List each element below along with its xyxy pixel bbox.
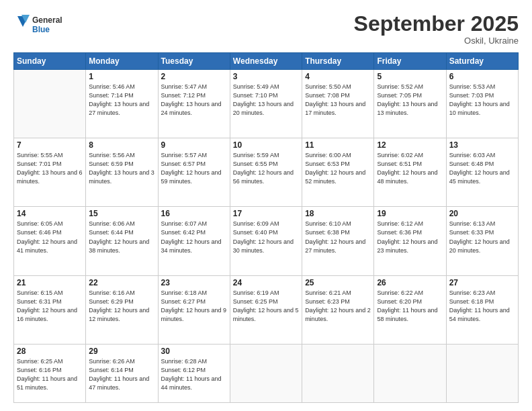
day-cell: 14 Sunrise: 6:05 AMSunset: 6:46 PMDaylig… <box>14 207 86 275</box>
day-info: Sunrise: 5:47 AMSunset: 7:12 PMDaylight:… <box>161 83 227 118</box>
day-number: 21 <box>17 278 83 287</box>
day-info: Sunrise: 6:03 AMSunset: 6:48 PMDaylight:… <box>449 151 515 186</box>
day-cell: 21 Sunrise: 6:15 AMSunset: 6:31 PMDaylig… <box>14 275 86 344</box>
day-cell: 4 Sunrise: 5:50 AMSunset: 7:08 PMDayligh… <box>302 70 374 138</box>
day-number: 18 <box>305 209 371 218</box>
day-info: Sunrise: 6:28 AMSunset: 6:12 PMDaylight:… <box>161 357 227 392</box>
day-number: 24 <box>233 278 299 287</box>
day-info: Sunrise: 5:55 AMSunset: 7:01 PMDaylight:… <box>17 151 83 186</box>
day-info: Sunrise: 5:46 AMSunset: 7:14 PMDaylight:… <box>89 83 154 118</box>
day-info: Sunrise: 5:49 AMSunset: 7:10 PMDaylight:… <box>233 83 299 118</box>
day-number: 5 <box>377 72 443 81</box>
day-info: Sunrise: 6:06 AMSunset: 6:44 PMDaylight:… <box>89 220 154 255</box>
day-cell <box>374 344 446 402</box>
week-row-3: 14 Sunrise: 6:05 AMSunset: 6:46 PMDaylig… <box>14 207 519 275</box>
day-cell: 22 Sunrise: 6:16 AMSunset: 6:29 PMDaylig… <box>86 275 158 344</box>
week-row-1: 1 Sunrise: 5:46 AMSunset: 7:14 PMDayligh… <box>14 70 519 138</box>
day-cell: 1 Sunrise: 5:46 AMSunset: 7:14 PMDayligh… <box>86 70 158 138</box>
day-number: 10 <box>233 140 299 150</box>
day-number: 16 <box>161 209 227 218</box>
day-cell: 19 Sunrise: 6:12 AMSunset: 6:36 PMDaylig… <box>374 207 446 275</box>
day-cell <box>302 344 374 402</box>
day-cell: 7 Sunrise: 5:55 AMSunset: 7:01 PMDayligh… <box>14 138 86 207</box>
col-header-tuesday: Tuesday <box>158 53 230 70</box>
day-cell: 2 Sunrise: 5:47 AMSunset: 7:12 PMDayligh… <box>158 70 230 138</box>
day-number: 12 <box>377 140 443 150</box>
day-cell: 26 Sunrise: 6:22 AMSunset: 6:20 PMDaylig… <box>374 275 446 344</box>
day-number: 6 <box>449 72 515 81</box>
day-info: Sunrise: 6:10 AMSunset: 6:38 PMDaylight:… <box>305 220 371 255</box>
day-cell: 12 Sunrise: 6:02 AMSunset: 6:51 PMDaylig… <box>374 138 446 207</box>
page: General Blue September 2025 Oskil, Ukrai… <box>0 0 532 411</box>
day-info: Sunrise: 6:25 AMSunset: 6:16 PMDaylight:… <box>17 357 83 392</box>
day-info: Sunrise: 6:18 AMSunset: 6:27 PMDaylight:… <box>161 289 227 324</box>
day-info: Sunrise: 5:50 AMSunset: 7:08 PMDaylight:… <box>305 83 371 118</box>
logo: General Blue <box>13 12 74 38</box>
location: Oskil, Ukraine <box>354 36 519 46</box>
day-cell: 10 Sunrise: 5:59 AMSunset: 6:55 PMDaylig… <box>230 138 302 207</box>
day-cell: 13 Sunrise: 6:03 AMSunset: 6:48 PMDaylig… <box>446 138 518 207</box>
svg-text:General: General <box>32 15 62 25</box>
col-header-wednesday: Wednesday <box>230 53 302 70</box>
day-number: 4 <box>305 72 371 81</box>
day-info: Sunrise: 6:12 AMSunset: 6:36 PMDaylight:… <box>377 220 443 255</box>
day-info: Sunrise: 6:22 AMSunset: 6:20 PMDaylight:… <box>377 289 443 324</box>
day-number: 27 <box>449 278 515 287</box>
day-cell: 30 Sunrise: 6:28 AMSunset: 6:12 PMDaylig… <box>158 344 230 402</box>
day-number: 17 <box>233 209 299 218</box>
day-number: 1 <box>89 72 154 81</box>
day-cell: 16 Sunrise: 6:07 AMSunset: 6:42 PMDaylig… <box>158 207 230 275</box>
day-cell: 18 Sunrise: 6:10 AMSunset: 6:38 PMDaylig… <box>302 207 374 275</box>
day-number: 8 <box>89 140 154 150</box>
title-block: September 2025 Oskil, Ukraine <box>354 12 519 46</box>
day-info: Sunrise: 5:57 AMSunset: 6:57 PMDaylight:… <box>161 151 227 186</box>
day-cell: 29 Sunrise: 6:26 AMSunset: 6:14 PMDaylig… <box>86 344 158 402</box>
day-info: Sunrise: 5:52 AMSunset: 7:05 PMDaylight:… <box>377 83 443 118</box>
day-number: 28 <box>17 347 83 356</box>
day-cell: 28 Sunrise: 6:25 AMSunset: 6:16 PMDaylig… <box>14 344 86 402</box>
day-number: 15 <box>89 209 154 218</box>
day-number: 11 <box>305 140 371 150</box>
day-number: 30 <box>161 347 227 356</box>
day-cell: 24 Sunrise: 6:19 AMSunset: 6:25 PMDaylig… <box>230 275 302 344</box>
day-info: Sunrise: 6:16 AMSunset: 6:29 PMDaylight:… <box>89 289 154 324</box>
day-number: 25 <box>305 278 371 287</box>
day-cell: 5 Sunrise: 5:52 AMSunset: 7:05 PMDayligh… <box>374 70 446 138</box>
day-number: 9 <box>161 140 227 150</box>
week-row-5: 28 Sunrise: 6:25 AMSunset: 6:16 PMDaylig… <box>14 344 519 402</box>
week-row-2: 7 Sunrise: 5:55 AMSunset: 7:01 PMDayligh… <box>14 138 519 207</box>
day-number: 29 <box>89 347 154 356</box>
day-number: 19 <box>377 209 443 218</box>
col-header-sunday: Sunday <box>14 53 86 70</box>
day-info: Sunrise: 6:15 AMSunset: 6:31 PMDaylight:… <box>17 289 83 324</box>
day-number: 26 <box>377 278 443 287</box>
day-cell: 20 Sunrise: 6:13 AMSunset: 6:33 PMDaylig… <box>446 207 518 275</box>
day-info: Sunrise: 6:02 AMSunset: 6:51 PMDaylight:… <box>377 151 443 186</box>
day-info: Sunrise: 6:00 AMSunset: 6:53 PMDaylight:… <box>305 151 371 186</box>
col-header-saturday: Saturday <box>446 53 518 70</box>
month-title: September 2025 <box>354 12 519 36</box>
day-cell <box>446 344 518 402</box>
day-cell: 15 Sunrise: 6:06 AMSunset: 6:44 PMDaylig… <box>86 207 158 275</box>
day-info: Sunrise: 6:19 AMSunset: 6:25 PMDaylight:… <box>233 289 299 324</box>
day-info: Sunrise: 6:09 AMSunset: 6:40 PMDaylight:… <box>233 220 299 255</box>
day-cell: 3 Sunrise: 5:49 AMSunset: 7:10 PMDayligh… <box>230 70 302 138</box>
day-cell: 9 Sunrise: 5:57 AMSunset: 6:57 PMDayligh… <box>158 138 230 207</box>
svg-text:Blue: Blue <box>32 25 50 34</box>
day-cell: 27 Sunrise: 6:23 AMSunset: 6:18 PMDaylig… <box>446 275 518 344</box>
week-row-4: 21 Sunrise: 6:15 AMSunset: 6:31 PMDaylig… <box>14 275 519 344</box>
day-cell: 17 Sunrise: 6:09 AMSunset: 6:40 PMDaylig… <box>230 207 302 275</box>
day-info: Sunrise: 5:59 AMSunset: 6:55 PMDaylight:… <box>233 151 299 186</box>
day-info: Sunrise: 6:13 AMSunset: 6:33 PMDaylight:… <box>449 220 515 255</box>
day-number: 2 <box>161 72 227 81</box>
day-number: 13 <box>449 140 515 150</box>
day-cell: 6 Sunrise: 5:53 AMSunset: 7:03 PMDayligh… <box>446 70 518 138</box>
col-header-monday: Monday <box>86 53 158 70</box>
day-of-week-row: SundayMondayTuesdayWednesdayThursdayFrid… <box>14 53 519 70</box>
header: General Blue September 2025 Oskil, Ukrai… <box>13 12 519 46</box>
day-info: Sunrise: 5:53 AMSunset: 7:03 PMDaylight:… <box>449 83 515 118</box>
day-info: Sunrise: 6:26 AMSunset: 6:14 PMDaylight:… <box>89 357 154 392</box>
day-number: 23 <box>161 278 227 287</box>
day-number: 20 <box>449 209 515 218</box>
day-cell: 23 Sunrise: 6:18 AMSunset: 6:27 PMDaylig… <box>158 275 230 344</box>
